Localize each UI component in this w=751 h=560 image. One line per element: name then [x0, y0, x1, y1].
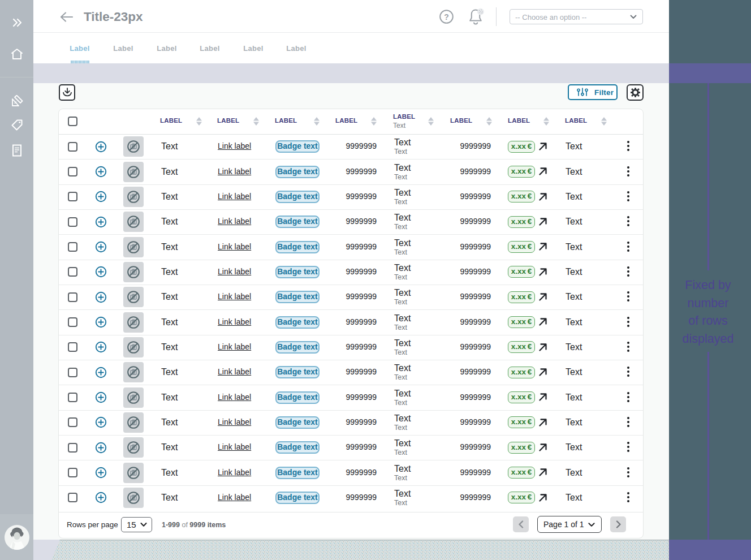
svg-text:?: ? [444, 12, 449, 21]
